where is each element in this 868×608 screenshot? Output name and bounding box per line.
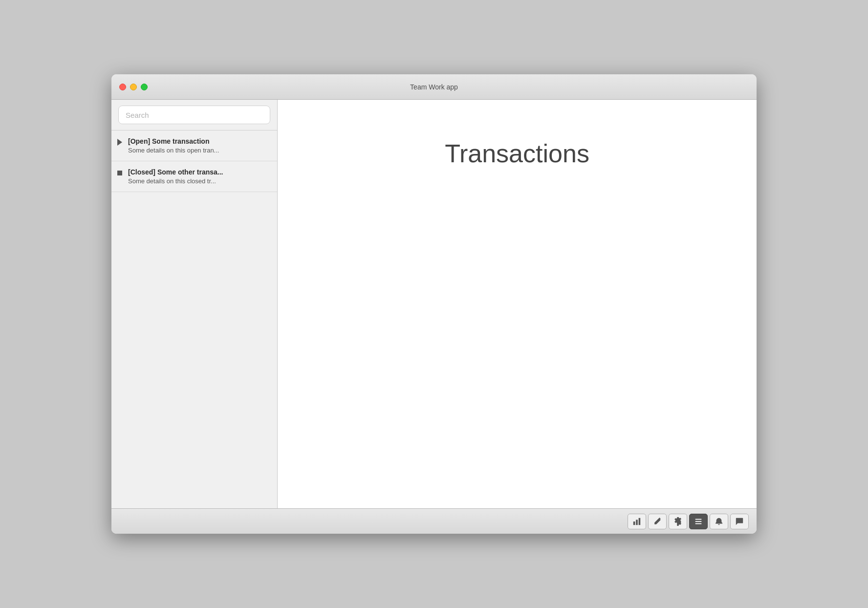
list-item[interactable]: [Open] Some transaction Some details on …	[111, 130, 277, 161]
svg-rect-2	[639, 518, 641, 524]
transaction-detail: Some details on this open tran...	[128, 147, 219, 154]
maximize-button[interactable]	[141, 84, 148, 90]
sidebar: [Open] Some transaction Some details on …	[111, 100, 278, 508]
list-button[interactable]	[689, 514, 708, 529]
settings-button[interactable]	[669, 514, 687, 529]
svg-rect-0	[633, 521, 635, 525]
transaction-detail: Some details on this closed tr...	[128, 177, 223, 185]
window-controls	[119, 84, 148, 90]
minimize-button[interactable]	[130, 84, 137, 90]
app-window: Team Work app [Open] Some transaction So…	[111, 74, 757, 534]
titlebar: Team Work app	[111, 74, 757, 100]
bell-icon	[715, 517, 723, 526]
search-input[interactable]	[118, 106, 270, 124]
toolbar	[111, 508, 757, 534]
edit-button[interactable]	[648, 514, 667, 529]
bar-chart-button[interactable]	[628, 514, 646, 529]
bar-chart-icon	[632, 517, 641, 526]
main-content: Transactions	[278, 100, 757, 508]
svg-rect-1	[636, 520, 638, 525]
page-title: Transactions	[445, 139, 589, 168]
transaction-text: [Closed] Some other transa... Some detai…	[128, 168, 223, 185]
svg-rect-4	[695, 521, 702, 522]
window-title: Team Work app	[410, 83, 458, 91]
chat-icon	[735, 517, 744, 526]
transaction-title: [Closed] Some other transa...	[128, 168, 223, 176]
triangle-icon	[116, 139, 123, 146]
svg-rect-5	[695, 523, 702, 524]
svg-rect-3	[695, 519, 702, 520]
pencil-icon	[653, 517, 662, 526]
list-item[interactable]: [Closed] Some other transa... Some detai…	[111, 161, 277, 192]
gear-icon	[673, 517, 682, 526]
transaction-title: [Open] Some transaction	[128, 137, 219, 145]
chat-button[interactable]	[730, 514, 749, 529]
close-button[interactable]	[119, 84, 126, 90]
notifications-button[interactable]	[710, 514, 728, 529]
transaction-list: [Open] Some transaction Some details on …	[111, 130, 277, 508]
list-icon	[694, 517, 703, 526]
square-icon	[116, 170, 123, 176]
transaction-text: [Open] Some transaction Some details on …	[128, 137, 219, 154]
search-container	[111, 100, 277, 130]
content-area: [Open] Some transaction Some details on …	[111, 100, 757, 508]
